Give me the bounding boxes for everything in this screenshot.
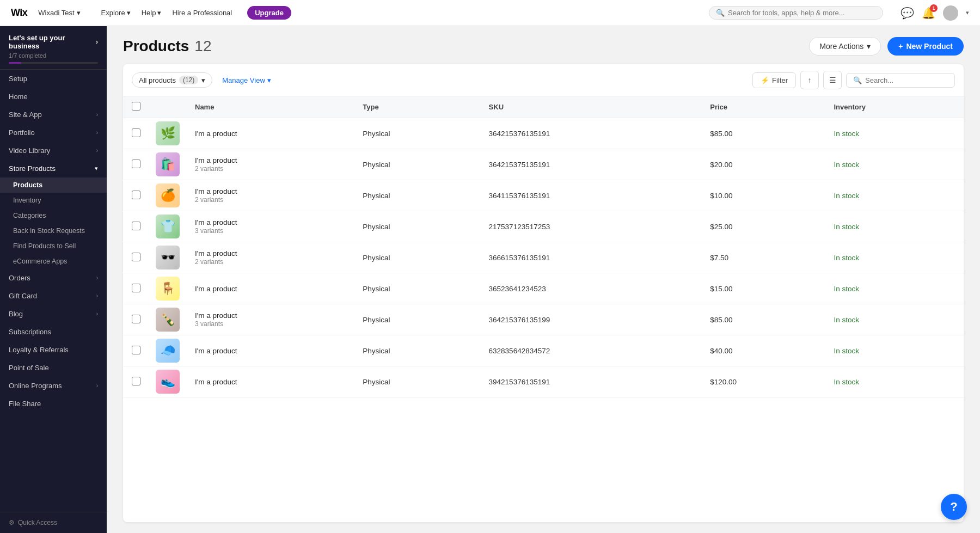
row-checkbox-3[interactable] xyxy=(132,222,140,230)
select-all-checkbox[interactable] xyxy=(132,102,140,111)
table-search-input[interactable] xyxy=(865,76,948,84)
sidebar-item-gift-card[interactable]: Gift Card › xyxy=(0,287,107,305)
sidebar-item-point-of-sale[interactable]: Point of Sale xyxy=(0,359,107,377)
manage-view-button[interactable]: Manage View ▾ xyxy=(218,73,275,87)
row-checkbox-8[interactable] xyxy=(132,377,140,385)
row-checkbox-7[interactable] xyxy=(132,346,140,354)
global-search-input[interactable] xyxy=(728,9,876,17)
row-checkbox-2[interactable] xyxy=(132,191,140,199)
product-thumbnail-8: 👟 xyxy=(156,370,180,394)
sidebar-header[interactable]: Let's set up your business › 1/7 complet… xyxy=(0,26,107,70)
row-inventory-cell-7: In stock xyxy=(825,335,964,366)
setup-title[interactable]: Let's set up your business › xyxy=(9,34,98,50)
row-image-cell-0: 🌿 xyxy=(149,118,186,149)
avatar[interactable] xyxy=(943,5,958,21)
sidebar-subitem-ecommerce-apps[interactable]: eCommerce Apps xyxy=(0,254,107,269)
sidebar-item-subscriptions[interactable]: Subscriptions xyxy=(0,323,107,341)
notifications-icon[interactable]: 🔔 1 xyxy=(922,7,935,20)
sidebar-subitem-back-in-stock[interactable]: Back in Stock Requests xyxy=(0,223,107,238)
row-name-cell-1[interactable]: I'm a product 2 variants xyxy=(186,149,354,180)
row-checkbox-cell[interactable] xyxy=(123,242,149,273)
topnav-icon-group: 💬 🔔 1 ▾ xyxy=(901,5,969,21)
row-checkbox-cell[interactable] xyxy=(123,304,149,335)
all-products-filter[interactable]: All products (12) ▾ xyxy=(132,72,212,88)
row-checkbox-1[interactable] xyxy=(132,160,140,168)
row-checkbox-6[interactable] xyxy=(132,315,140,323)
table-row[interactable]: 🍾 I'm a product 3 variants Physical 3642… xyxy=(123,304,964,335)
row-name-cell-3[interactable]: I'm a product 3 variants xyxy=(186,211,354,242)
name-column-header[interactable]: Name xyxy=(186,96,354,118)
row-checkbox-cell[interactable] xyxy=(123,335,149,366)
row-checkbox-cell[interactable] xyxy=(123,180,149,211)
product-name-8: I'm a product xyxy=(195,378,345,386)
quick-access-button[interactable]: ⚙ Quick Access xyxy=(0,512,107,533)
select-all-header[interactable] xyxy=(123,96,149,118)
new-product-button[interactable]: + New Product xyxy=(887,37,964,56)
table-row[interactable]: 🍊 I'm a product 2 variants Physical 3641… xyxy=(123,180,964,211)
table-row[interactable]: 🕶️ I'm a product 2 variants Physical 366… xyxy=(123,242,964,273)
sidebar-item-video-library[interactable]: Video Library › xyxy=(0,142,107,160)
toolbar-right-actions: ⚡ Filter ↑ ☰ 🔍 xyxy=(752,71,955,89)
table-row[interactable]: 🧢 I'm a product Physical 632835642834572… xyxy=(123,335,964,366)
inventory-column-header[interactable]: Inventory xyxy=(825,96,964,118)
table-header-row: Name Type SKU Price Inventory xyxy=(123,96,964,118)
table-row[interactable]: 🛍️ I'm a product 2 variants Physical 364… xyxy=(123,149,964,180)
row-name-cell-4[interactable]: I'm a product 2 variants xyxy=(186,242,354,273)
help-nav-item[interactable]: Help ▾ xyxy=(137,7,166,19)
row-checkbox-0[interactable] xyxy=(132,128,140,137)
sidebar-subitem-find-products[interactable]: Find Products to Sell xyxy=(0,238,107,254)
table-row[interactable]: 👕 I'm a product 3 variants Physical 2175… xyxy=(123,211,964,242)
row-image-cell-1: 🛍️ xyxy=(149,149,186,180)
sidebar-item-online-programs[interactable]: Online Programs › xyxy=(0,377,107,395)
export-button[interactable]: ↑ xyxy=(800,71,819,89)
table-search-bar[interactable]: 🔍 xyxy=(846,73,955,88)
upgrade-button[interactable]: Upgrade xyxy=(247,6,291,20)
row-name-cell-5[interactable]: I'm a product xyxy=(186,273,354,304)
row-name-cell-6[interactable]: I'm a product 3 variants xyxy=(186,304,354,335)
more-actions-button[interactable]: More Actions ▾ xyxy=(809,37,881,56)
sidebar-item-home[interactable]: Home xyxy=(0,88,107,106)
row-checkbox-cell[interactable] xyxy=(123,118,149,149)
row-checkbox-cell[interactable] xyxy=(123,366,149,397)
row-name-cell-8[interactable]: I'm a product xyxy=(186,366,354,397)
row-name-cell-2[interactable]: I'm a product 2 variants xyxy=(186,180,354,211)
row-checkbox-4[interactable] xyxy=(132,253,140,261)
columns-button[interactable]: ☰ xyxy=(823,71,842,89)
explore-nav-item[interactable]: Explore ▾ xyxy=(97,7,135,19)
price-column-header[interactable]: Price xyxy=(701,96,825,118)
table-row[interactable]: 🌿 I'm a product Physical 364215376135191… xyxy=(123,118,964,149)
sidebar-subitem-products[interactable]: Products xyxy=(0,177,107,193)
sku-column-header[interactable]: SKU xyxy=(480,96,702,118)
row-type-cell-1: Physical xyxy=(354,149,480,180)
sidebar-item-setup[interactable]: Setup xyxy=(0,70,107,88)
sidebar-item-site-app[interactable]: Site & App › xyxy=(0,106,107,124)
more-actions-arrow-icon: ▾ xyxy=(867,42,871,51)
sidebar-item-blog[interactable]: Blog › xyxy=(0,305,107,323)
row-checkbox-5[interactable] xyxy=(132,284,140,292)
type-column-header[interactable]: Type xyxy=(354,96,480,118)
sidebar-item-loyalty-referrals[interactable]: Loyalty & Referrals xyxy=(0,341,107,359)
chat-icon[interactable]: 💬 xyxy=(901,7,914,20)
filter-icon: ⚡ xyxy=(761,76,769,84)
row-checkbox-cell[interactable] xyxy=(123,211,149,242)
hire-professional-nav-item[interactable]: Hire a Professional xyxy=(168,7,236,19)
help-button[interactable]: ? xyxy=(941,494,967,520)
table-row[interactable]: 👟 I'm a product Physical 394215376135191… xyxy=(123,366,964,397)
row-checkbox-cell[interactable] xyxy=(123,149,149,180)
sidebar-subitem-categories[interactable]: Categories xyxy=(0,208,107,223)
row-name-cell-7[interactable]: I'm a product xyxy=(186,335,354,366)
sidebar-item-portfolio[interactable]: Portfolio › xyxy=(0,124,107,142)
sidebar-item-store-products[interactable]: Store Products ▾ xyxy=(0,160,107,177)
sidebar-item-file-share[interactable]: File Share xyxy=(0,395,107,413)
products-table: Name Type SKU Price Inventory 🌿 xyxy=(123,96,964,522)
sidebar-item-orders[interactable]: Orders › xyxy=(0,269,107,287)
site-selector[interactable]: Wixadi Test ▾ xyxy=(38,9,80,17)
row-name-cell-0[interactable]: I'm a product xyxy=(186,118,354,149)
sidebar-subitem-inventory[interactable]: Inventory xyxy=(0,193,107,208)
global-search-bar[interactable]: 🔍 xyxy=(709,6,883,20)
row-checkbox-cell[interactable] xyxy=(123,273,149,304)
setup-progress-fill xyxy=(9,62,21,64)
table-row[interactable]: 🪑 I'm a product Physical 36523641234523 … xyxy=(123,273,964,304)
row-image-cell-7: 🧢 xyxy=(149,335,186,366)
filter-button[interactable]: ⚡ Filter xyxy=(752,72,796,88)
